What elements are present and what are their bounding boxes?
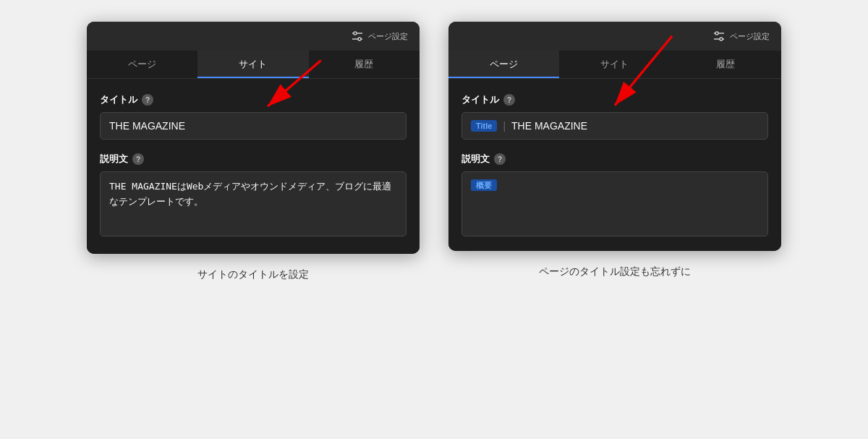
left-tab-page[interactable]: ページ [87,51,197,78]
left-desc-label: 説明文 ? [100,153,407,166]
svg-point-3 [358,38,361,41]
svg-point-1 [354,32,357,35]
left-panel-body: タイトル ? 説明文 ? THE MAGAZINEはWebメディアやオウンドメデ… [87,79,420,254]
right-tabs: ページ サイト 履歴 [448,51,781,79]
left-topbar: ページ設定 [87,22,420,51]
right-caption: ページのタイトル設定も忘れずに [539,265,691,278]
left-title-input[interactable] [100,112,407,140]
right-title-label: タイトル ? [461,93,768,106]
right-title-value: THE MAGAZINE [511,120,587,132]
right-panel-body: タイトル ? Title | THE MAGAZINE 説明文 ? 概要 [448,79,781,251]
settings-icon-right[interactable] [712,30,726,42]
right-title-separator: | [503,120,506,132]
right-desc-help[interactable]: ? [494,153,506,165]
right-tab-site[interactable]: サイト [559,51,670,78]
right-topbar: ページ設定 [448,22,781,51]
right-title-help[interactable]: ? [503,94,515,106]
left-tab-site[interactable]: サイト [197,51,308,78]
right-desc-tag: 概要 [471,179,497,191]
left-title-label: タイトル ? [100,93,407,106]
right-desc-area: 概要 [461,171,768,236]
svg-point-7 [715,32,718,35]
settings-icon-left[interactable] [351,30,364,42]
left-panel: ページ設定 ページ サイト 履歴 タイトル ? 説明文 [87,22,420,254]
left-tab-history[interactable]: 履歴 [309,51,420,78]
right-tab-page[interactable]: ページ [448,51,559,78]
left-desc-help[interactable]: ? [132,153,144,165]
right-topbar-label: ページ設定 [730,31,770,42]
left-caption: サイトのタイトルを設定 [197,268,309,281]
left-title-help[interactable]: ? [142,94,153,106]
right-title-input-row: Title | THE MAGAZINE [461,112,768,140]
right-tab-history[interactable]: 履歴 [671,51,781,78]
right-desc-label: 説明文 ? [461,153,768,166]
right-panel: ページ設定 ページ サイト 履歴 タイトル ? Title | [448,22,781,251]
svg-point-9 [720,38,723,41]
right-title-tag: Title [471,120,497,132]
left-tabs: ページ サイト 履歴 [87,51,420,79]
left-desc-textarea[interactable]: THE MAGAZINEはWebメディアやオウンドメディア、ブログに最適なテンプ… [100,171,407,236]
left-topbar-label: ページ設定 [368,31,408,42]
